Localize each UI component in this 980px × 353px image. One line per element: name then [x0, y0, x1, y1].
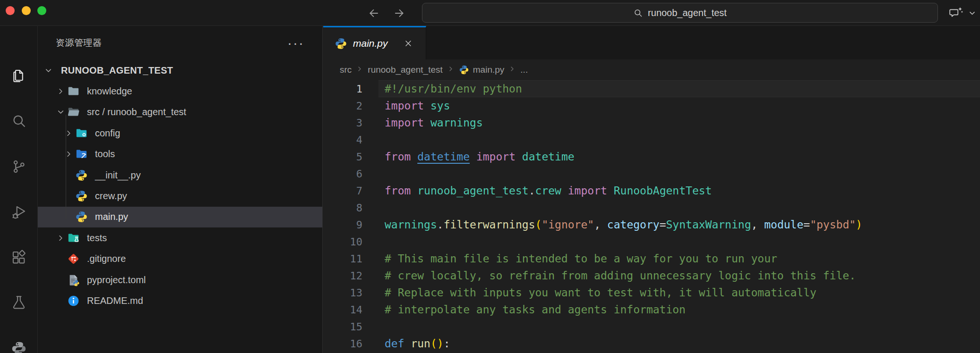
activity-bar-item-source-control[interactable] [8, 155, 30, 178]
folder-src-open-icon [67, 106, 80, 118]
code-line-content: import warnings [385, 117, 483, 129]
tree-item-tests[interactable]: tests [38, 227, 322, 248]
tree-item-main-py[interactable]: main.py [38, 207, 322, 227]
chevron-right-icon[interactable] [63, 127, 74, 139]
code-token: warnings [430, 117, 483, 129]
tree-item-tools[interactable]: tools [38, 144, 322, 165]
line-number: 4 [323, 134, 362, 146]
line-number: 2 [323, 100, 362, 112]
code-token [424, 117, 430, 129]
line-number: 9 [323, 219, 362, 231]
tree-item-label: tests [87, 233, 107, 244]
code-token: () [430, 337, 444, 350]
extensions-icon [11, 250, 27, 266]
python-file-icon [75, 210, 88, 223]
chevron-right-icon[interactable] [63, 149, 74, 160]
tree-item-readme-md[interactable]: README.md [38, 290, 322, 311]
tab-main-py[interactable]: main.py [323, 26, 426, 59]
tree-item-config[interactable]: config [38, 123, 322, 143]
code-line: 10 [323, 233, 980, 250]
tree-item-label: knowledge [87, 86, 132, 97]
code-token: "ignore" [542, 219, 594, 231]
code-token [470, 151, 476, 163]
tree-item-label: pyproject.toml [87, 275, 146, 286]
navigate-forward-button[interactable] [390, 4, 408, 22]
tree-item-init-py[interactable]: __init__.py [38, 165, 322, 185]
search-icon [11, 113, 27, 129]
line-number: 6 [323, 168, 362, 180]
tree-item-gitignore[interactable]: .gitignore [38, 249, 322, 269]
code-token [516, 151, 522, 163]
code-line: 1#!/usr/bin/env python [323, 80, 980, 97]
activity-bar-item-run-debug[interactable] [8, 201, 30, 224]
tab-strip: main.py [323, 26, 980, 59]
code-token: category [607, 219, 660, 231]
code-line-content: # Replace with inputs you want to test w… [385, 286, 817, 299]
code-token: "pysbd" [810, 219, 856, 231]
code-token [561, 185, 568, 197]
close-tab-button[interactable] [402, 37, 414, 50]
activity-bar-item-explorer[interactable] [8, 65, 30, 87]
code-line: 11# This main file is intended to be a w… [323, 250, 980, 267]
sidebar-header: 资源管理器 ··· [38, 26, 322, 60]
activity-bar-item-search[interactable] [8, 109, 30, 132]
python-file-icon [75, 190, 88, 202]
minimize-window-button[interactable] [22, 6, 31, 15]
code-line: 3import warnings [323, 114, 980, 131]
code-token: # Replace with inputs you want to test w… [385, 286, 817, 299]
zoom-window-button[interactable] [37, 6, 46, 15]
code-token: import [385, 100, 424, 112]
copilot-chat-button[interactable] [947, 5, 965, 21]
code-token: # This main file is intended to be a way… [385, 252, 777, 265]
breadcrumb-item-src[interactable]: src [340, 65, 352, 75]
tree-item-pyproject-toml[interactable]: pyproject.toml [38, 269, 322, 290]
tree-indent-spacer [55, 253, 66, 265]
activity-bar-item-testing[interactable] [8, 291, 30, 314]
code-editor[interactable]: 1#!/usr/bin/env python2import sys3import… [323, 80, 980, 353]
tree-item-label: .gitignore [87, 253, 126, 264]
code-token: crew [535, 185, 561, 197]
activity-bar-item-extensions[interactable] [8, 246, 30, 269]
close-window-button[interactable] [6, 6, 15, 15]
code-token: import [568, 185, 607, 197]
command-center-search[interactable]: runoob_agent_test [422, 3, 938, 23]
code-line: 2import sys [323, 97, 980, 114]
chevron-right-icon[interactable] [55, 86, 66, 97]
line-number: 13 [323, 287, 362, 299]
chevron-right-icon[interactable] [55, 232, 66, 244]
line-number: 14 [323, 304, 362, 316]
python-file-icon [335, 37, 347, 50]
tree-item-knowledge[interactable]: knowledge [38, 81, 322, 101]
readme-file-icon [67, 294, 80, 307]
chevron-down-icon [968, 9, 976, 17]
line-number: 5 [323, 151, 362, 163]
code-line: 15 [323, 318, 980, 335]
tree-item-label: main.py [95, 211, 128, 222]
navigate-back-button[interactable] [365, 4, 383, 22]
tree-item-runoob-agent-test[interactable]: RUNOOB_AGENT_TEST [38, 60, 322, 81]
folder-tests-icon [67, 232, 80, 244]
code-line-content: # This main file is intended to be a way… [385, 252, 777, 265]
breadcrumb-label: runoob_agent_test [368, 65, 442, 75]
code-token: filterwarnings [444, 219, 535, 231]
tree-item-crew-py[interactable]: crew.py [38, 185, 322, 206]
folder-config-icon [75, 127, 88, 140]
code-token: datetime [417, 151, 470, 163]
title-bar: runoob_agent_test [0, 0, 980, 26]
breadcrumb-item-main-py[interactable]: main.py [459, 65, 505, 75]
activity-bar-item-python[interactable] [8, 337, 30, 353]
line-number: 16 [323, 338, 362, 350]
chevron-down-icon[interactable] [43, 65, 54, 76]
tree-indent-spacer [63, 169, 74, 181]
tree-item-label: tools [95, 149, 115, 160]
breadcrumb-item-[interactable]: ... [520, 65, 528, 75]
chevron-down-icon[interactable] [55, 107, 66, 118]
tree-item-label: config [95, 128, 120, 139]
code-line-content: from runoob_agent_test.crew import Runoo… [385, 185, 712, 197]
more-actions-icon[interactable]: ··· [287, 34, 304, 51]
editor-group: main.py srcrunoob_agent_testmain.py... 1… [323, 26, 980, 353]
breadcrumb-item-runoob-agent-test[interactable]: runoob_agent_test [368, 65, 442, 75]
copilot-dropdown-button[interactable] [967, 8, 977, 17]
tree-item-src-runoob-agent-test[interactable]: src / runoob_agent_test [38, 102, 322, 123]
code-token [411, 185, 417, 197]
